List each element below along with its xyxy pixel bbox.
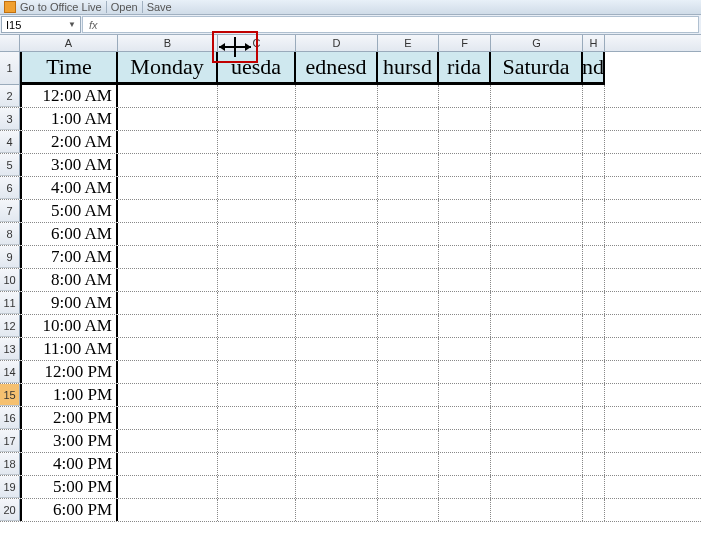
cell[interactable]: [296, 476, 378, 498]
cell[interactable]: [118, 292, 218, 314]
fx-icon[interactable]: fx: [89, 19, 98, 31]
cell[interactable]: [439, 177, 491, 199]
cell[interactable]: [118, 269, 218, 291]
cell[interactable]: [439, 407, 491, 429]
cell[interactable]: [218, 361, 296, 383]
cell-header-monday[interactable]: Monday: [118, 52, 218, 85]
row-header[interactable]: 11: [0, 292, 20, 314]
cell[interactable]: [296, 177, 378, 199]
column-header-D[interactable]: D: [296, 35, 378, 51]
row-header[interactable]: 14: [0, 361, 20, 383]
cell[interactable]: [583, 85, 605, 107]
cell[interactable]: [218, 407, 296, 429]
cell[interactable]: [439, 476, 491, 498]
chevron-down-icon[interactable]: ▼: [68, 20, 76, 29]
cell-time[interactable]: 7:00 AM: [20, 246, 118, 268]
cell[interactable]: [218, 269, 296, 291]
cell-time[interactable]: 5:00 AM: [20, 200, 118, 222]
row-header[interactable]: 6: [0, 177, 20, 199]
cell[interactable]: [583, 384, 605, 406]
cell[interactable]: [439, 384, 491, 406]
cell-time[interactable]: 10:00 AM: [20, 315, 118, 337]
cell[interactable]: [378, 407, 439, 429]
row-header[interactable]: 13: [0, 338, 20, 360]
toolbar-label-office-live[interactable]: Go to Office Live: [20, 1, 102, 13]
cell-header-thursday[interactable]: hursd: [378, 52, 439, 85]
cell[interactable]: [491, 269, 583, 291]
spreadsheet-grid[interactable]: A B C D E F G H 1 Time Monday uesda edne…: [0, 35, 701, 535]
cell[interactable]: [491, 223, 583, 245]
cell[interactable]: [118, 154, 218, 176]
cell[interactable]: [296, 292, 378, 314]
cell[interactable]: [378, 154, 439, 176]
row-header[interactable]: 7: [0, 200, 20, 222]
cell[interactable]: [118, 384, 218, 406]
cell[interactable]: [583, 361, 605, 383]
toolbar-label-open[interactable]: Open: [111, 1, 138, 13]
cell[interactable]: [439, 85, 491, 107]
row-header[interactable]: 3: [0, 108, 20, 130]
cell-time[interactable]: 1:00 PM: [20, 384, 118, 406]
cell[interactable]: [583, 108, 605, 130]
cell[interactable]: [583, 292, 605, 314]
cell[interactable]: [491, 131, 583, 153]
cell[interactable]: [378, 476, 439, 498]
cell[interactable]: [583, 453, 605, 475]
cell[interactable]: [439, 453, 491, 475]
cell[interactable]: [218, 246, 296, 268]
cell[interactable]: [439, 108, 491, 130]
cell[interactable]: [491, 200, 583, 222]
cell[interactable]: [491, 338, 583, 360]
column-header-B[interactable]: B: [118, 35, 218, 51]
cell[interactable]: [218, 223, 296, 245]
row-header[interactable]: 2: [0, 85, 20, 107]
cell-time[interactable]: 3:00 PM: [20, 430, 118, 452]
cell[interactable]: [296, 453, 378, 475]
cell[interactable]: [218, 200, 296, 222]
cell[interactable]: [118, 200, 218, 222]
cell[interactable]: [296, 384, 378, 406]
cell[interactable]: [296, 85, 378, 107]
cell[interactable]: [218, 131, 296, 153]
cell[interactable]: [296, 223, 378, 245]
cell[interactable]: [439, 499, 491, 521]
cell[interactable]: [118, 131, 218, 153]
cell[interactable]: [118, 223, 218, 245]
cell[interactable]: [439, 154, 491, 176]
cell[interactable]: [491, 361, 583, 383]
cell-time[interactable]: 8:00 AM: [20, 269, 118, 291]
cell[interactable]: [218, 499, 296, 521]
cell[interactable]: [218, 85, 296, 107]
column-header-E[interactable]: E: [378, 35, 439, 51]
column-header-G[interactable]: G: [491, 35, 583, 51]
cell[interactable]: [296, 407, 378, 429]
cell[interactable]: [583, 177, 605, 199]
cell[interactable]: [296, 269, 378, 291]
cell[interactable]: [439, 338, 491, 360]
cell[interactable]: [118, 177, 218, 199]
cell[interactable]: [296, 499, 378, 521]
cell[interactable]: [296, 361, 378, 383]
row-header[interactable]: 10: [0, 269, 20, 291]
cell[interactable]: [378, 269, 439, 291]
cell[interactable]: [378, 315, 439, 337]
cell[interactable]: [583, 154, 605, 176]
cell-time[interactable]: 6:00 PM: [20, 499, 118, 521]
cell-header-time[interactable]: Time: [20, 52, 118, 85]
cell[interactable]: [491, 85, 583, 107]
cell[interactable]: [439, 430, 491, 452]
cell[interactable]: [118, 108, 218, 130]
cell[interactable]: [218, 476, 296, 498]
row-header[interactable]: 16: [0, 407, 20, 429]
column-header-C[interactable]: C: [218, 35, 296, 51]
cell[interactable]: [583, 430, 605, 452]
row-header[interactable]: 5: [0, 154, 20, 176]
cell[interactable]: [118, 453, 218, 475]
cell-header-sunday[interactable]: nd: [583, 52, 605, 85]
cell-time[interactable]: 12:00 AM: [20, 85, 118, 107]
cell[interactable]: [491, 315, 583, 337]
cell[interactable]: [491, 476, 583, 498]
cell[interactable]: [218, 430, 296, 452]
row-header[interactable]: 9: [0, 246, 20, 268]
select-all-corner[interactable]: [0, 35, 20, 51]
